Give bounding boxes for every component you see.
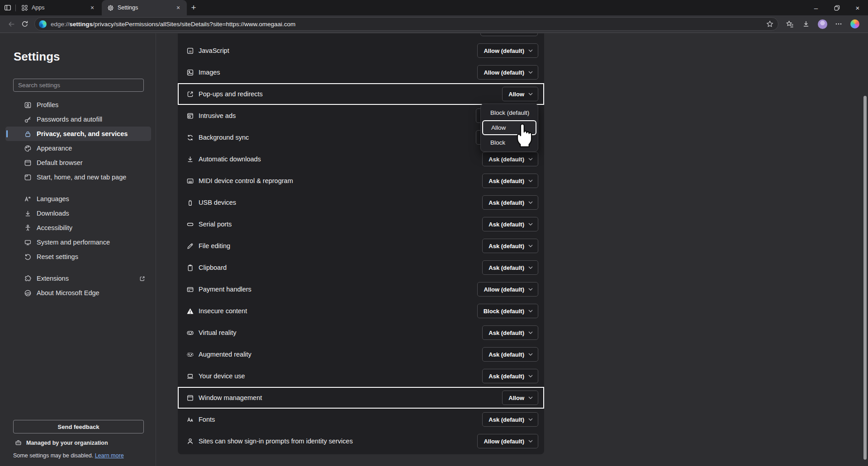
permission-label: MIDI device control & reprogram: [199, 177, 293, 184]
permission-dropdown-midi[interactable]: Ask (default): [482, 174, 538, 188]
minimize-button[interactable]: –: [806, 0, 826, 15]
sidebar-item-default-browser[interactable]: Default browser: [5, 155, 151, 170]
sidebar-item-reset[interactable]: Reset settings: [5, 249, 151, 264]
hand-cursor: [511, 120, 536, 148]
permission-dropdown-window-management[interactable]: Allow: [502, 391, 538, 405]
back-icon[interactable]: [5, 17, 18, 31]
intrusive-ads-icon: [186, 112, 194, 120]
permission-label: Sites can show sign-in prompts from iden…: [199, 438, 353, 445]
permission-dropdown-fonts[interactable]: Ask (default): [482, 412, 538, 427]
apps-grid-icon: [21, 5, 28, 11]
permission-label: Clipboard: [199, 264, 227, 271]
downloads-icon[interactable]: [799, 17, 813, 31]
settings-disabled-note: Some settings may be disabled. Learn mor…: [13, 452, 156, 459]
permission-dropdown-identity-signin[interactable]: Allow (default): [477, 434, 538, 448]
search-input[interactable]: [13, 79, 144, 92]
svg-text:JS: JS: [189, 50, 192, 53]
window-management-icon: [186, 394, 194, 402]
permission-label: Fonts: [199, 416, 215, 423]
permission-label: File editing: [199, 242, 230, 249]
edge-logo-icon: [24, 289, 32, 297]
permission-dropdown-popups[interactable]: Allow: [502, 87, 538, 101]
permission-dropdown-augmented-reality[interactable]: Ask (default): [482, 347, 538, 362]
external-link-icon: [139, 275, 146, 282]
permission-dropdown-serial-ports[interactable]: Ask (default): [482, 217, 538, 231]
managed-label: Managed by your organization: [26, 440, 108, 446]
permission-label: Insecure content: [199, 307, 247, 315]
copilot-icon[interactable]: [848, 17, 862, 31]
tab-settings[interactable]: Settings ×: [102, 0, 187, 15]
browser-icon: [24, 159, 32, 167]
augmented-reality-icon: [186, 351, 194, 358]
automatic-downloads-icon: [186, 155, 194, 163]
edge-favicon: [39, 20, 47, 28]
sidebar-item-accessibility[interactable]: Accessibility: [5, 221, 151, 235]
tab-apps[interactable]: Apps ×: [16, 0, 101, 15]
permission-dropdown-automatic-downloads[interactable]: Ask (default): [482, 152, 538, 166]
browser-window: Apps × Settings × + – ×: [0, 0, 868, 466]
sidebar-item-privacy[interactable]: Privacy, search, and services: [5, 127, 151, 141]
sidebar-item-label: Accessibility: [37, 224, 72, 231]
permission-dropdown-payment-handlers[interactable]: Allow (default): [477, 282, 538, 297]
address-bar[interactable]: edge://settings/privacy/sitePermissions/…: [34, 17, 778, 31]
key-icon: [24, 116, 32, 123]
sidebar-item-system[interactable]: System and performance: [5, 235, 151, 249]
permission-dropdown-javascript[interactable]: Allow (default): [477, 43, 538, 58]
permission-dropdown-usb[interactable]: Ask (default): [482, 195, 538, 210]
sidebar-item-start-home[interactable]: Start, home, and new tab page: [5, 170, 151, 184]
menu-option-block-default[interactable]: Block (default): [481, 105, 538, 120]
vertical-scrollbar-thumb[interactable]: [863, 96, 867, 460]
lock-icon: [24, 130, 32, 138]
sidebar-item-about[interactable]: About Microsoft Edge: [5, 286, 151, 300]
permission-row-augmented-reality: Augmented reality Ask (default): [178, 344, 544, 365]
sidebar-item-profiles[interactable]: Profiles: [5, 98, 151, 112]
refresh-icon[interactable]: [18, 17, 32, 31]
midi-icon: [186, 177, 194, 185]
tab-activity-icon[interactable]: [0, 0, 15, 15]
permission-dropdown-file-editing[interactable]: Ask (default): [482, 239, 538, 253]
sidebar-item-languages[interactable]: Languages: [5, 192, 151, 206]
site-permissions-panel: JS JavaScript Allow (default) Images All…: [178, 33, 544, 454]
fonts-icon: [186, 416, 194, 424]
file-editing-icon: [186, 242, 194, 250]
sidebar-item-passwords[interactable]: Passwords and autofill: [5, 112, 151, 127]
profile-avatar[interactable]: [816, 17, 829, 31]
permission-row-insecure-content: Insecure content Block (default): [178, 300, 544, 322]
payment-handlers-icon: [186, 286, 194, 293]
more-menu-icon[interactable]: [832, 17, 845, 31]
sidebar-item-downloads[interactable]: Downloads: [5, 206, 151, 221]
javascript-icon: JS: [186, 47, 194, 55]
sidebar-item-appearance[interactable]: Appearance: [5, 141, 151, 155]
close-window-button[interactable]: ×: [847, 0, 868, 15]
permission-row-usb: USB devices Ask (default): [178, 192, 544, 213]
permission-dropdown-images[interactable]: Allow (default): [477, 65, 538, 80]
favorites-icon[interactable]: [783, 17, 797, 31]
permission-label: JavaScript: [199, 47, 229, 54]
sidebar-item-label: Start, home, and new tab page: [37, 174, 126, 181]
device-use-icon: [186, 372, 194, 380]
permission-dropdown-insecure-content[interactable]: Block (default): [477, 304, 538, 318]
tab-close-icon[interactable]: ×: [88, 4, 96, 12]
favorite-star-icon[interactable]: [766, 20, 773, 28]
briefcase-icon: [15, 439, 22, 446]
tab-close-icon[interactable]: ×: [174, 4, 182, 12]
sidebar-item-label: Appearance: [37, 145, 72, 152]
permission-dropdown-clipboard[interactable]: Ask (default): [482, 260, 538, 275]
permission-dropdown-your-device-use[interactable]: Ask (default): [482, 369, 538, 383]
learn-more-link[interactable]: Learn more: [95, 452, 124, 459]
permission-label: Pop-ups and redirects: [199, 90, 263, 98]
serial-ports-icon: [186, 221, 194, 228]
new-tab-button[interactable]: +: [187, 0, 200, 15]
languages-icon: [24, 195, 32, 203]
permission-row-clipboard: Clipboard Ask (default): [178, 257, 544, 278]
identity-person-icon: [186, 438, 194, 445]
permission-label: USB devices: [199, 199, 236, 206]
permission-label: Automatic downloads: [199, 155, 261, 163]
sidebar-item-extensions[interactable]: Extensions: [5, 271, 151, 286]
partial-dropdown-top[interactable]: [480, 33, 538, 36]
permission-row-your-device-use: Your device use Ask (default): [178, 365, 544, 387]
send-feedback-button[interactable]: Send feedback: [13, 420, 144, 433]
permission-dropdown-virtual-reality[interactable]: Ask (default): [482, 325, 538, 340]
permission-row-fonts: Fonts Ask (default): [178, 409, 544, 430]
restore-button[interactable]: [826, 0, 847, 15]
